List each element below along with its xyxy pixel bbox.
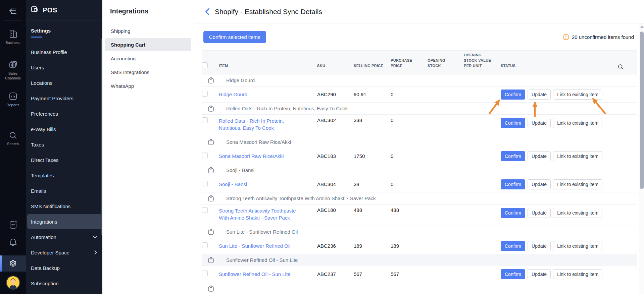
row-checkbox[interactable] <box>202 271 208 276</box>
select-all-checkbox[interactable] <box>202 62 208 68</box>
update-button[interactable]: Update <box>528 269 551 279</box>
update-button[interactable]: Update <box>528 179 551 189</box>
link-to-existing-item-button[interactable]: Link to existing item <box>553 179 602 189</box>
vertical-scrollbar[interactable] <box>639 23 644 294</box>
column-opening-stock: OPENING STOCK <box>428 58 448 74</box>
settings-item-locations[interactable]: Locations <box>26 75 102 91</box>
link-to-existing-item-button[interactable]: Link to existing item <box>553 269 602 279</box>
table-row: Sun Lite - Sunflower Refined Oil ABC236 … <box>202 238 637 254</box>
update-button[interactable]: Update <box>528 241 551 251</box>
confirm-button[interactable]: Confirm <box>501 151 525 161</box>
confirm-button[interactable]: Confirm <box>501 208 525 218</box>
integrations-item-whatsapp[interactable]: WhatsApp <box>102 79 195 93</box>
settings-item-business-profile[interactable]: Business Profile <box>26 44 102 60</box>
settings-item-preferences[interactable]: Preferences <box>26 106 102 121</box>
confirm-button[interactable]: Confirm <box>501 241 525 251</box>
link-to-existing-item-button[interactable]: Link to existing item <box>553 241 602 251</box>
sidebar-item-search[interactable]: Search <box>0 131 26 146</box>
row-checkbox[interactable] <box>202 207 208 213</box>
warning-icon <box>563 34 569 40</box>
link-to-existing-item-button[interactable]: Link to existing item <box>553 208 602 218</box>
item-link[interactable]: Rolled Oats - Rich In Protein, Nutritiou… <box>219 117 303 131</box>
update-button[interactable]: Update <box>528 151 551 161</box>
column-item: ITEM <box>219 63 317 74</box>
rail-item-label: Business <box>5 41 20 45</box>
sku-cell: ABC180 <box>317 207 354 213</box>
link-to-existing-item-button[interactable]: Link to existing item <box>553 118 602 128</box>
building-icon <box>8 29 18 39</box>
item-link[interactable]: Sona Masoori Raw Rice/Akki <box>219 153 284 160</box>
item-link[interactable]: Strong Teeth Anticavity Toothpaste With … <box>219 207 303 221</box>
back-chevron-icon[interactable] <box>205 8 210 15</box>
item-link[interactable]: Sooji - Bansi <box>219 181 247 188</box>
settings-item-sms-notifications[interactable]: SMS Notifications <box>26 198 102 214</box>
group-name: Sunflower Refined Oil - Sun Lite <box>226 257 298 263</box>
item-link[interactable]: Sunflower Refined Oil - Sun Lite <box>219 271 290 278</box>
row-checkbox[interactable] <box>202 117 208 123</box>
rail-divider <box>4 20 22 20</box>
integrations-item-accounting[interactable]: Accounting <box>102 52 195 65</box>
settings-item-integrations[interactable]: Integrations <box>27 214 102 229</box>
row-checkbox[interactable] <box>202 91 208 97</box>
update-button[interactable]: Update <box>528 208 551 218</box>
selling-price-cell: 338 <box>354 117 391 123</box>
update-button[interactable]: Update <box>528 118 551 128</box>
settings-scrollbar[interactable] <box>101 39 102 235</box>
link-to-existing-item-button[interactable]: Link to existing item <box>553 90 602 100</box>
rail-item-label: Search <box>7 142 19 146</box>
update-button[interactable]: Update <box>528 90 551 100</box>
integrations-item-sms-integrations[interactable]: SMS Integrations <box>102 65 195 79</box>
sidebar-item-business[interactable]: Business <box>0 29 26 45</box>
settings-item-templates[interactable]: Templates <box>26 168 102 183</box>
settings-title-underline <box>31 37 42 38</box>
integrations-item-shopping-cart[interactable]: Shopping Cart <box>105 38 191 51</box>
chevron-right-icon <box>94 250 97 254</box>
integrations-item-shipping[interactable]: Shipping <box>102 24 195 38</box>
table-row: Sona Masoori Raw Rice/Akki ABC183 1750 0… <box>202 148 637 164</box>
sync-items-table: ITEM SKU SELLING PRICE PURCHASE PRICE OP… <box>202 50 637 294</box>
item-group-row: Strong Teeth Anticavity Toothpaste With … <box>202 192 637 204</box>
document-add-icon[interactable] <box>0 220 26 230</box>
sidebar-item-sales-channels[interactable]: Sales Channels <box>0 59 26 81</box>
main-content: Shopify - Established Sync Details Confi… <box>195 0 644 294</box>
sidebar-item-reports[interactable]: Reports <box>0 91 26 108</box>
settings-item-users[interactable]: Users <box>26 60 102 75</box>
sku-cell: ABC304 <box>317 181 354 187</box>
settings-item-automation[interactable]: Automation <box>26 229 102 245</box>
scroll-up-arrow[interactable] <box>640 25 644 28</box>
settings-item-developer-space[interactable]: Developer Space <box>26 245 102 260</box>
settings-item-eway-bills[interactable]: e-Way Bills <box>26 121 102 137</box>
item-group-row-highlighted: Sunflower Refined Oil - Sun Lite <box>202 254 637 266</box>
item-group-row-partial <box>202 282 637 294</box>
item-group-row: Rolled Oats - Rich In Protein, Nutritiou… <box>202 103 637 115</box>
row-checkbox[interactable] <box>202 242 208 248</box>
item-link[interactable]: Sun Lite - Sunflower Refined Oil <box>219 242 290 249</box>
row-checkbox[interactable] <box>202 153 208 158</box>
confirm-button[interactable]: Confirm <box>501 90 525 100</box>
page-header: Shopify - Established Sync Details <box>195 0 644 23</box>
collapse-sidebar-icon[interactable] <box>0 5 26 16</box>
purchase-price-cell: 0 <box>391 117 428 123</box>
confirm-button[interactable]: Confirm <box>501 118 525 128</box>
sidebar-item-settings-active[interactable] <box>0 255 26 272</box>
scrollbar-thumb[interactable] <box>640 32 644 189</box>
purchase-price-cell: 189 <box>391 243 428 249</box>
settings-item-payment-providers[interactable]: Payment Providers <box>26 91 102 106</box>
link-to-existing-item-button[interactable]: Link to existing item <box>553 151 602 161</box>
rail-item-label: Reports <box>6 103 19 108</box>
shopify-bag-icon <box>208 195 214 202</box>
settings-item-emails[interactable]: Emails <box>26 183 102 198</box>
confirm-button[interactable]: Confirm <box>501 269 525 279</box>
app-logo-header: POS <box>26 0 102 20</box>
table-search-icon[interactable] <box>618 64 624 70</box>
item-link[interactable]: Ridge Gourd <box>219 91 247 98</box>
avatar[interactable] <box>6 276 20 290</box>
confirm-button[interactable]: Confirm <box>501 179 525 189</box>
settings-item-subscription[interactable]: Subscription <box>26 276 102 291</box>
row-checkbox[interactable] <box>202 181 208 186</box>
settings-item-taxes[interactable]: Taxes <box>26 137 102 152</box>
confirm-selected-items-button[interactable]: Confirm selected items <box>203 31 266 43</box>
settings-item-data-backup[interactable]: Data Backup <box>26 260 102 276</box>
settings-item-direct-taxes[interactable]: Direct Taxes <box>26 152 102 168</box>
bell-icon[interactable] <box>0 237 26 247</box>
